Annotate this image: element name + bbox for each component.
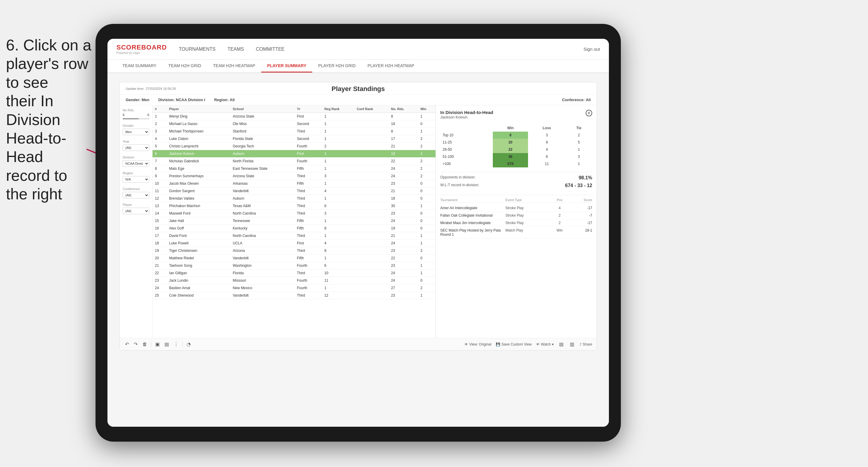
table-row[interactable]: 11 Gordon Sargent Vanderbilt Third 4 21 … — [153, 187, 435, 195]
h2h-close-button[interactable]: ✕ — [586, 110, 592, 116]
region-filter-select[interactable]: N/A — [123, 176, 149, 183]
no-rds-slider[interactable] — [123, 118, 149, 119]
h2h-col-tie: Tie — [566, 124, 592, 132]
h2h-row-top10[interactable]: Top 10 8 3 2 — [440, 132, 592, 139]
h2h-row-51-100[interactable]: 51-100 46 6 3 — [440, 153, 592, 160]
save-custom-view-button[interactable]: 💾 Save Custom View — [496, 342, 532, 346]
more-button[interactable]: ⋮ — [173, 340, 179, 348]
tournament-col-type: Event Type — [505, 198, 549, 202]
table-row[interactable]: 18 Luke Powell UCLA First 4 24 1 — [153, 240, 435, 247]
nav-teams[interactable]: TEAMS — [227, 45, 244, 54]
tournament-row[interactable]: Mirabel Maui Jim Intercollegiate Stroke … — [440, 219, 592, 227]
logo-sub: Powered by clippi — [116, 51, 167, 55]
watch-button[interactable]: 👁 Watch ▾ — [536, 342, 554, 346]
division-filter-section: Division NCAA Division I — [123, 155, 149, 167]
watch-icon: 👁 — [536, 342, 540, 346]
table-row[interactable]: 16 Alex Goff Kentucky Fifth 8 19 0 — [153, 225, 435, 232]
refresh-button[interactable]: ◔ — [186, 340, 192, 348]
undo-button[interactable]: ↶ — [124, 340, 130, 348]
paste-button[interactable]: ▤ — [163, 340, 170, 348]
tournament-row[interactable]: Amer Ari Intercollegiate Stroke Play 4 -… — [440, 205, 592, 212]
toolbar-extra-1[interactable]: ▤ — [558, 340, 564, 348]
table-row[interactable]: 15 Jake Hall Tennessee Fifth 1 24 0 — [153, 217, 435, 225]
copy-button[interactable]: ▣ — [154, 340, 161, 348]
region-filter-label: Region — [123, 171, 149, 175]
conference-filter-section: Conference (All) — [123, 187, 149, 198]
toolbar-right: 👁 View: Original 💾 Save Custom View 👁 Wa… — [464, 340, 592, 348]
tournament-col-name: Tournament — [440, 198, 505, 202]
table-row[interactable]: 17 David Ford North Carolina Third 1 21 … — [153, 232, 435, 240]
table-row[interactable]: 7 Nicholas Gabrelick North Florida Fourt… — [153, 158, 435, 165]
gender-filter-section: Gender Men — [123, 124, 149, 135]
col-player: Player — [167, 105, 230, 113]
h2h-col-win: Win — [493, 124, 528, 132]
dashboard: Update time: 27/03/2024 16:56:26 Player … — [119, 82, 597, 351]
tournament-row[interactable]: SEC Match Play Hosted by Jerry Pata Roun… — [440, 227, 592, 239]
table-row[interactable]: 9 Preston Summerhays Arizona State Third… — [153, 173, 435, 180]
table-row[interactable]: 2 Michael La Sasso Ole Miss Second 1 18 … — [153, 120, 435, 128]
tab-player-h2h-heatmap[interactable]: PLAYER H2H HEATMAP — [362, 60, 420, 72]
col-school: School — [230, 105, 294, 113]
h2h-row-11-25[interactable]: 11-25 20 9 5 — [440, 139, 592, 146]
division-filter-select[interactable]: NCAA Division I — [123, 160, 149, 167]
no-rds-filter: No Rds. 6 6 — [123, 108, 149, 119]
h2h-row-100plus[interactable]: >100 578 11 1 — [440, 160, 592, 167]
nav-tournaments[interactable]: TOURNAMENTS — [179, 45, 216, 54]
eye-icon: 👁 — [464, 342, 468, 346]
tab-team-h2h-heatmap[interactable]: TEAM H2H HEATMAP — [207, 60, 261, 72]
share-button[interactable]: ⤴ Share — [580, 342, 592, 346]
h2h-row-26-50[interactable]: 26-50 22 4 1 — [440, 146, 592, 153]
h2h-divider-2 — [440, 195, 592, 195]
dashboard-body: No Rds. 6 6 Gender M — [120, 105, 597, 338]
tab-team-h2h-grid[interactable]: TEAM H2H GRID — [162, 60, 207, 72]
table-row[interactable]: 23 Jack Lundin Missouri Fourth 11 24 0 — [153, 277, 435, 284]
table-row[interactable]: 12 Brendan Valdes Auburn Third 1 18 0 — [153, 195, 435, 202]
table-row[interactable]: 4 Luke Claton Florida State Second 1 17 … — [153, 135, 435, 143]
table-row[interactable]: 10 Jacob Max Olesen Arkansas Fifth 1 23 … — [153, 180, 435, 187]
player-filter-select[interactable]: (All) — [123, 208, 149, 214]
h2h-player-name: Jackson Koivun — [440, 115, 493, 119]
year-filter-section: Year (All) — [123, 139, 149, 151]
table-row[interactable]: 21 Taehoon Song Washington Fourth 6 23 1 — [153, 262, 435, 270]
filter-row: Gender: Men Division: NCAA Division I Re… — [120, 95, 597, 105]
table-row[interactable]: 5 Christo Lamprecht Georgia Tech Fourth … — [153, 143, 435, 150]
delete-button[interactable]: 🗑 — [142, 341, 148, 348]
table-row[interactable]: 20 Matthew Riedel Vanderbilt Fifth 1 22 … — [153, 254, 435, 262]
nav-committee[interactable]: COMMITTEE — [256, 45, 284, 54]
table-row[interactable]: 22 Ian Gilligan Florida Third 10 24 1 — [153, 270, 435, 277]
table-row[interactable]: 13 Phichaksn Maichon Texas A&M Third 6 3… — [153, 202, 435, 210]
table-row[interactable]: 19 Tiger Christensen Arizona Third 8 23 … — [153, 247, 435, 254]
toolbar-extra-2[interactable]: ▥ — [569, 340, 575, 348]
tab-team-summary[interactable]: TEAM SUMMARY — [116, 60, 162, 72]
view-original-button[interactable]: 👁 View: Original — [464, 342, 491, 346]
filter-division: Division: NCAA Division I — [158, 98, 205, 102]
col-no-rds: No. Rds. — [389, 105, 418, 113]
table-row[interactable]: 3 Michael Thorbjornsen Stanford Third 1 … — [153, 128, 435, 135]
table-header-row: # Player School Yr Reg Rank Conf Rank No… — [153, 105, 435, 113]
table-row[interactable]: 6 Jackson Koivun Auburn First 1 19 1 — [153, 150, 435, 158]
table-row[interactable]: 25 Cole Sherwood Vanderbilt Third 12 23 … — [153, 292, 435, 299]
table-row[interactable]: 8 Mats Ege East Tennessee State Fifth 1 … — [153, 165, 435, 173]
dashboard-title: Player Standings — [126, 85, 591, 93]
nav-items: TOURNAMENTS TEAMS COMMITTEE — [179, 45, 584, 54]
tab-player-h2h-grid[interactable]: PLAYER H2H GRID — [312, 60, 362, 72]
redo-button[interactable]: ↷ — [133, 340, 138, 348]
region-filter-section: Region N/A — [123, 171, 149, 183]
tab-player-summary[interactable]: PLAYER SUMMARY — [261, 60, 312, 72]
gender-filter-select[interactable]: Men — [123, 129, 149, 135]
player-filter-section: Player (All) — [123, 203, 149, 214]
tournament-col-score: Score — [570, 198, 592, 202]
tablet-frame: SCOREBOARD Powered by clippi TOURNAMENTS… — [95, 24, 621, 442]
table-row[interactable]: 1 Wenyi Ding Arizona State First 1 8 1 — [153, 113, 435, 120]
col-yr: Yr — [294, 105, 322, 113]
conference-filter-select[interactable]: (All) — [123, 192, 149, 198]
h2h-table: Win Loss Tie Top 10 8 3 2 — [440, 124, 592, 167]
wlt-value: 674 - 33 - 12 — [565, 183, 592, 188]
filter-conference: Conference: All — [562, 98, 591, 102]
table-row[interactable]: 14 Maxwell Ford North Carolina Third 3 2… — [153, 210, 435, 217]
tournament-row[interactable]: Fallan Oak Collegiate Invitational Strok… — [440, 212, 592, 219]
year-filter-select[interactable]: (All) — [123, 145, 149, 151]
h2h-panel: In Division Head-to-Head Jackson Koivun … — [435, 105, 597, 338]
table-row[interactable]: 24 Bastien Amat New Mexico Fourth 1 27 2 — [153, 284, 435, 292]
sign-out-button[interactable]: Sign out — [584, 46, 600, 52]
